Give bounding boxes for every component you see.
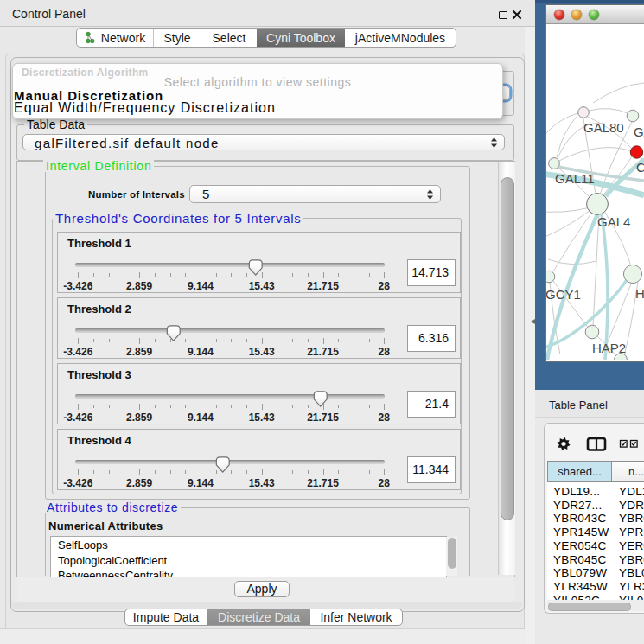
svg-text:C: C (636, 160, 644, 175)
svg-text:GAL4: GAL4 (597, 214, 630, 229)
svg-text:GA: GA (634, 124, 644, 139)
svg-text:GAL11: GAL11 (555, 171, 595, 186)
svg-text:GCY1: GCY1 (546, 287, 581, 302)
svg-text:H: H (635, 286, 644, 301)
svg-text:GAL80: GAL80 (583, 120, 624, 135)
svg-text:HAP2: HAP2 (592, 341, 626, 355)
